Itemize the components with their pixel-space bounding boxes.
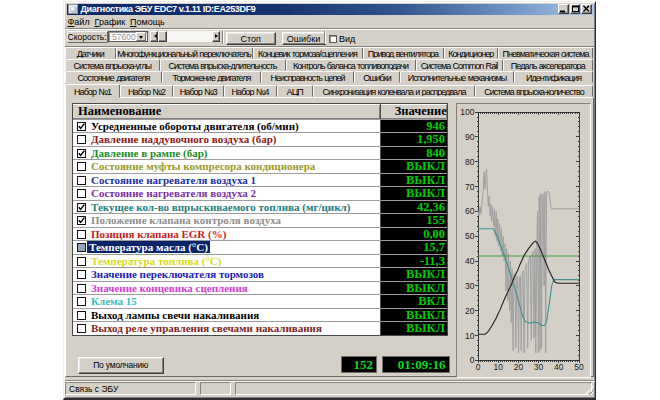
svg-text:40: 40 [465, 256, 475, 266]
svg-text:10: 10 [493, 361, 503, 371]
svg-text:50: 50 [465, 231, 475, 241]
svg-text:90: 90 [465, 131, 475, 141]
svg-text:0: 0 [476, 361, 481, 371]
svg-text:20: 20 [514, 361, 524, 371]
svg-text:40: 40 [554, 361, 564, 371]
svg-text:60: 60 [465, 206, 475, 216]
svg-text:30: 30 [534, 361, 544, 371]
svg-text:70: 70 [465, 181, 475, 191]
svg-text:0: 0 [470, 355, 475, 365]
svg-text:100: 100 [460, 107, 474, 117]
svg-text:30: 30 [465, 280, 475, 290]
svg-text:50: 50 [574, 361, 584, 371]
svg-text:20: 20 [465, 305, 475, 315]
svg-text:80: 80 [465, 156, 475, 166]
svg-text:10: 10 [465, 330, 475, 340]
